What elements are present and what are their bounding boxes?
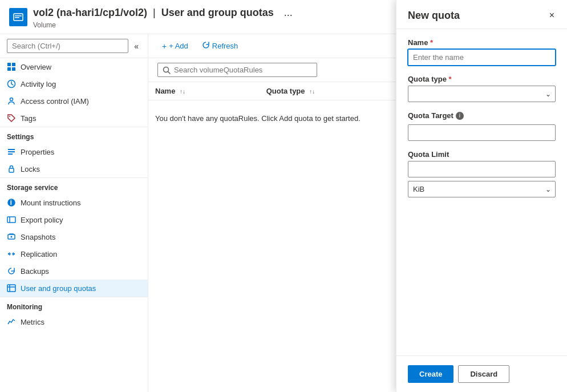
sort-icon-quota-type: ↑↓ [309, 88, 315, 95]
quota-type-label: Quota type * [408, 75, 556, 83]
refresh-button[interactable]: Refresh [197, 39, 243, 53]
snapshots-icon [7, 232, 16, 241]
svg-rect-2 [15, 17, 19, 18]
new-quota-panel: New quota × Name * Quota type * Individu… [396, 0, 567, 392]
collapse-button[interactable]: « [132, 41, 141, 52]
quota-target-label-row: Quota Target i [408, 111, 556, 120]
properties-icon [7, 147, 16, 156]
overview-icon [7, 62, 16, 71]
quota-unit-select-wrap: KiB MiB GiB TiB ⌄ [408, 181, 556, 197]
volume-name: vol2 (na-hari1/cp1/vol2) [33, 7, 147, 19]
quota-unit-select[interactable]: KiB MiB GiB TiB [408, 181, 556, 197]
add-icon: + [162, 42, 167, 51]
name-label: Name * [408, 38, 556, 47]
sidebar-label-tags: Tags [21, 114, 36, 123]
ellipsis-button[interactable]: ... [282, 5, 295, 21]
sidebar-nav: Overview Activity log Access control (IA… [0, 58, 148, 392]
sidebar-label-replication: Replication [21, 250, 57, 258]
col-header-quota-type[interactable]: Quota type ↑↓ [260, 82, 418, 100]
col-header-name[interactable]: Name ↑↓ [148, 82, 260, 100]
quota-type-select-wrap: Individual user quota Individual group q… [408, 86, 556, 102]
discard-button[interactable]: Discard [458, 365, 509, 383]
quota-target-info-icon[interactable]: i [456, 112, 464, 120]
locks-icon [7, 164, 16, 173]
backups-icon [7, 266, 16, 276]
svg-rect-12 [8, 153, 13, 155]
quota-limit-input[interactable] [408, 161, 556, 177]
storage-section-header: Storage service [0, 177, 148, 194]
access-icon [7, 96, 16, 106]
svg-rect-3 [7, 63, 11, 66]
create-button[interactable]: Create [408, 365, 453, 383]
search-input[interactable] [7, 39, 128, 53]
sidebar-label-export: Export policy [21, 216, 63, 224]
add-button[interactable]: + + Add [157, 39, 193, 53]
svg-rect-5 [7, 67, 11, 71]
sidebar-label-locks: Locks [21, 165, 40, 173]
svg-point-8 [10, 98, 13, 101]
sidebar-label-quotas: User and group quotas [21, 284, 96, 293]
sidebar-label-metrics: Metrics [21, 318, 44, 326]
name-required: * [430, 38, 433, 47]
svg-rect-4 [12, 63, 15, 66]
search-wrap [157, 63, 317, 77]
quota-search-input[interactable] [174, 66, 312, 74]
sidebar-item-tags[interactable]: Tags [0, 110, 148, 127]
panel-title: New quota [408, 10, 460, 22]
sidebar-label-mount: Mount instructions [21, 199, 81, 207]
search-icon [163, 66, 171, 74]
sidebar-item-locks[interactable]: Locks [0, 160, 148, 177]
page-title: User and group quotas [161, 7, 274, 19]
svg-point-19 [11, 236, 13, 238]
svg-point-9 [9, 116, 10, 117]
sidebar-label-snapshots: Snapshots [21, 233, 55, 241]
quota-type-select[interactable]: Individual user quota Individual group q… [408, 86, 556, 102]
refresh-icon [202, 41, 210, 51]
sidebar-label-activity: Activity log [21, 80, 56, 88]
svg-rect-10 [8, 149, 15, 150]
header-subtitle: Volume [33, 21, 295, 29]
sidebar-item-overview[interactable]: Overview [0, 58, 148, 75]
svg-text:i: i [10, 198, 13, 207]
activity-icon [7, 79, 16, 88]
sidebar-item-snapshots[interactable]: Snapshots [0, 228, 148, 245]
sidebar-item-backups[interactable]: Backups [0, 262, 148, 280]
monitoring-section-header: Monitoring [0, 297, 148, 313]
svg-rect-1 [15, 15, 22, 17]
sidebar-item-user-group-quotas[interactable]: User and group quotas [0, 280, 148, 297]
sidebar-label-overview: Overview [21, 63, 51, 71]
svg-line-24 [168, 71, 171, 74]
volume-icon [9, 8, 27, 26]
quota-limit-label: Quota Limit [408, 150, 556, 159]
panel-body: Name * Quota type * Individual user quot… [396, 29, 567, 355]
sidebar-item-export[interactable]: Export policy [0, 211, 148, 228]
name-input[interactable] [408, 49, 556, 66]
sidebar-item-replication[interactable]: Replication [0, 245, 148, 262]
panel-header: New quota × [396, 0, 567, 29]
add-label: + Add [169, 42, 188, 50]
quota-target-label: Quota Target [408, 111, 453, 120]
quota-type-field-group: Quota type * Individual user quota Indiv… [408, 75, 556, 102]
sidebar-item-properties[interactable]: Properties [0, 143, 148, 160]
sidebar-search-container: « [0, 34, 148, 58]
sidebar-item-mount[interactable]: i Mount instructions [0, 194, 148, 211]
svg-rect-20 [7, 285, 15, 292]
sidebar-item-access-control[interactable]: Access control (IAM) [0, 92, 148, 110]
panel-close-button[interactable]: × [548, 9, 556, 22]
sidebar-label-backups: Backups [21, 267, 49, 276]
sort-icon-name: ↑↓ [180, 88, 185, 95]
replication-icon [7, 249, 16, 258]
sidebar-label-access: Access control (IAM) [21, 97, 89, 106]
sidebar-item-activity-log[interactable]: Activity log [0, 75, 148, 92]
quota-target-input[interactable] [408, 124, 556, 141]
sidebar-label-properties: Properties [21, 148, 54, 156]
quotas-icon [7, 284, 16, 293]
svg-rect-13 [9, 168, 14, 172]
panel-footer: Create Discard [396, 355, 567, 392]
metrics-icon [7, 317, 16, 326]
header-title-group: vol2 (na-hari1/cp1/vol2) | User and grou… [33, 5, 295, 29]
sidebar: « Overview Activity log Access contro [0, 34, 148, 392]
mount-icon: i [7, 198, 16, 207]
export-icon [7, 215, 16, 224]
sidebar-item-metrics[interactable]: Metrics [0, 313, 148, 330]
